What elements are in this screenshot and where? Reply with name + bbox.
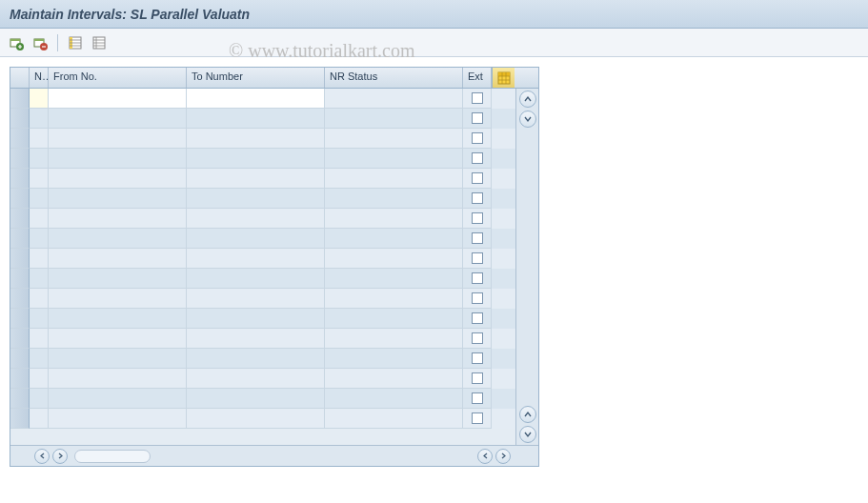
row-selector[interactable] <box>10 309 30 329</box>
cell-to <box>187 409 325 429</box>
ext-checkbox[interactable] <box>472 392 483 404</box>
ext-checkbox[interactable] <box>472 352 483 364</box>
ext-checkbox[interactable] <box>472 312 483 324</box>
row-selector[interactable] <box>10 369 30 389</box>
cell-ext <box>463 309 492 329</box>
chevron-left-icon <box>482 453 489 459</box>
delete-line-button[interactable] <box>30 32 50 53</box>
cell-from <box>49 109 187 129</box>
row-selector[interactable] <box>10 409 30 429</box>
cell-from <box>49 389 187 409</box>
ext-checkbox[interactable] <box>472 172 483 184</box>
row-selector[interactable] <box>10 329 30 349</box>
col-from[interactable]: From No. <box>49 68 187 88</box>
row-selector[interactable] <box>10 149 30 169</box>
chevron-down-icon <box>524 115 532 123</box>
horizontal-scrollbar[interactable] <box>10 445 538 466</box>
row-selector[interactable] <box>10 389 30 409</box>
cell-nr <box>325 409 463 429</box>
cell-from <box>49 189 187 209</box>
row-selector[interactable] <box>10 189 30 209</box>
toolbar <box>0 29 868 57</box>
row-selector[interactable] <box>10 249 30 269</box>
scroll-step-right-button[interactable] <box>52 449 68 464</box>
cell-to <box>187 249 325 269</box>
col-nr[interactable]: NR Status <box>325 68 463 88</box>
row-selector[interactable] <box>10 349 30 369</box>
row-selector[interactable] <box>10 289 30 309</box>
ext-checkbox[interactable] <box>472 372 483 384</box>
cell-n <box>30 249 49 269</box>
scroll-up-button[interactable] <box>519 91 536 108</box>
from-input[interactable] <box>49 89 186 108</box>
insert-line-button[interactable] <box>6 32 27 53</box>
row-selector[interactable] <box>10 209 30 229</box>
col-to[interactable]: To Number <box>187 68 325 88</box>
ext-checkbox[interactable] <box>472 92 483 104</box>
cell-nr <box>325 309 463 329</box>
deselect-all-button[interactable] <box>89 32 110 53</box>
cell-nr <box>325 329 463 349</box>
scroll-step-down-button[interactable] <box>519 111 536 128</box>
ext-checkbox[interactable] <box>472 212 483 224</box>
hscroll-track[interactable] <box>74 450 151 463</box>
row-selector[interactable] <box>10 89 30 109</box>
row-selector[interactable] <box>10 229 30 249</box>
title-bar: Maintain Intervals: SL Parallel Valuatn <box>0 0 868 29</box>
row-selector[interactable] <box>10 129 30 149</box>
col-ext[interactable]: Ext <box>463 68 492 88</box>
cell-n <box>30 389 49 409</box>
row-selector[interactable] <box>10 109 30 129</box>
chevron-up-icon <box>524 95 532 103</box>
col-n[interactable]: N.. <box>30 68 49 88</box>
table-config-icon <box>497 71 511 85</box>
row-selector[interactable] <box>10 269 30 289</box>
ext-checkbox[interactable] <box>472 292 483 304</box>
cell-ext <box>463 229 492 249</box>
cell-to <box>187 329 325 349</box>
col-selector[interactable] <box>10 68 30 88</box>
table-config-button[interactable] <box>492 68 515 88</box>
cell-nr <box>325 129 463 149</box>
scroll-step-up-button[interactable] <box>519 406 536 423</box>
cell-to <box>187 129 325 149</box>
cell-nr <box>325 289 463 309</box>
vertical-scrollbar[interactable] <box>515 89 538 445</box>
ext-checkbox[interactable] <box>472 272 483 284</box>
cell-from <box>49 129 187 149</box>
ext-checkbox[interactable] <box>472 332 483 344</box>
chevron-up-icon <box>524 411 532 418</box>
ext-checkbox[interactable] <box>472 412 483 424</box>
cell-from <box>49 169 187 189</box>
table-row <box>10 229 515 249</box>
ext-checkbox[interactable] <box>472 132 483 144</box>
table-row <box>10 289 515 309</box>
scroll-right-button[interactable] <box>495 449 511 464</box>
svg-rect-1 <box>10 39 20 41</box>
scroll-down-button[interactable] <box>519 426 536 443</box>
row-selector[interactable] <box>10 169 30 189</box>
cell-ext <box>463 289 492 309</box>
chevron-right-icon <box>57 453 64 459</box>
ext-checkbox[interactable] <box>472 252 483 264</box>
cell-n <box>30 189 49 209</box>
cell-n <box>30 209 49 229</box>
n-input[interactable] <box>30 89 48 108</box>
cell-from <box>49 89 187 109</box>
ext-checkbox[interactable] <box>472 192 483 204</box>
ext-checkbox[interactable] <box>472 112 483 124</box>
select-all-icon <box>68 35 83 50</box>
cell-ext <box>463 129 492 149</box>
select-all-button[interactable] <box>65 32 86 53</box>
ext-checkbox[interactable] <box>472 232 483 244</box>
cell-nr <box>325 249 463 269</box>
cell-from <box>49 409 187 429</box>
chevron-down-icon <box>524 431 532 438</box>
to-input[interactable] <box>187 89 324 108</box>
scroll-left-button[interactable] <box>34 449 50 464</box>
ext-checkbox[interactable] <box>472 152 483 164</box>
svg-rect-4 <box>34 39 44 41</box>
table-row <box>10 169 515 189</box>
scroll-step-left-button[interactable] <box>477 449 493 464</box>
cell-nr <box>325 109 463 129</box>
